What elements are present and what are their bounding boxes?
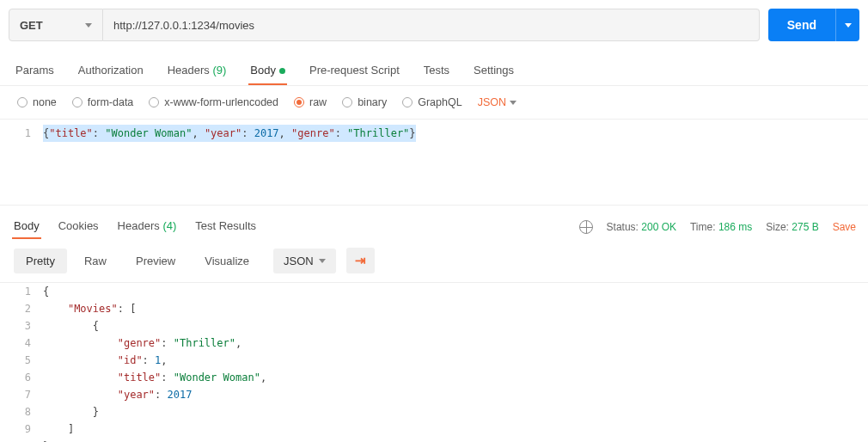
- status-meta: Status: 200 OK: [607, 221, 676, 233]
- tab-headers-label: Headers: [168, 64, 210, 77]
- size-meta: Size: 275 B: [766, 221, 818, 233]
- line-number: 3: [0, 317, 43, 335]
- raw-format-label: JSON: [478, 96, 506, 108]
- request-body-editor[interactable]: 1 {"title": "Wonder Woman", "year": 2017…: [0, 119, 868, 205]
- resp-tab-headers[interactable]: Headers (4): [116, 214, 179, 239]
- time-meta: Time: 186 ms: [690, 221, 752, 233]
- resp-headers-count: (4): [162, 219, 176, 232]
- radio-label: binary: [358, 96, 387, 108]
- code-line: ]: [43, 421, 868, 438]
- line-number: 2: [0, 300, 43, 317]
- view-visualize[interactable]: Visualize: [193, 249, 261, 273]
- url-input[interactable]: [103, 9, 760, 41]
- resp-headers-label: Headers: [118, 219, 160, 232]
- radio-icon: [149, 97, 159, 107]
- line-number: 10: [0, 438, 43, 442]
- tab-settings[interactable]: Settings: [472, 57, 516, 85]
- code-line: "year": 2017: [43, 386, 868, 403]
- tab-params[interactable]: Params: [14, 57, 56, 85]
- chevron-down-icon: [319, 259, 326, 263]
- tab-headers[interactable]: Headers (9): [166, 57, 229, 85]
- line-number: 4: [0, 335, 43, 352]
- raw-format-select[interactable]: JSON: [478, 96, 517, 108]
- radio-none[interactable]: none: [17, 96, 57, 108]
- tab-authorization[interactable]: Authorization: [76, 57, 145, 85]
- radio-graphql[interactable]: GraphQL: [402, 96, 462, 108]
- code-line: {"title": "Wonder Woman", "year": 2017, …: [43, 125, 868, 142]
- view-pretty[interactable]: Pretty: [14, 249, 67, 273]
- line-number: 1: [0, 125, 43, 142]
- format-label: JSON: [284, 255, 314, 267]
- radio-raw[interactable]: raw: [294, 96, 327, 108]
- radio-binary[interactable]: binary: [342, 96, 387, 108]
- resp-tab-cookies[interactable]: Cookies: [57, 214, 101, 239]
- send-button[interactable]: Send: [768, 9, 835, 41]
- tab-body-label: Body: [250, 64, 276, 77]
- radio-xwww[interactable]: x-www-form-urlencoded: [149, 96, 278, 108]
- wrap-lines-button[interactable]: ⇥: [346, 248, 375, 273]
- tab-tests[interactable]: Tests: [422, 57, 451, 85]
- line-number: 7: [0, 386, 43, 403]
- radio-icon: [294, 97, 304, 107]
- radio-formdata[interactable]: form-data: [72, 96, 134, 108]
- line-number: 5: [0, 352, 43, 369]
- tab-prerequest[interactable]: Pre-request Script: [308, 57, 401, 85]
- code-line: }: [43, 438, 868, 442]
- radio-label: GraphQL: [418, 96, 462, 108]
- line-number: 8: [0, 403, 43, 421]
- send-dropdown[interactable]: [835, 9, 859, 41]
- chevron-down-icon: [845, 23, 852, 28]
- code-line: {: [43, 317, 868, 335]
- tab-body[interactable]: Body: [248, 57, 287, 85]
- code-line: "Movies": [: [43, 300, 868, 317]
- response-format-select[interactable]: JSON: [273, 249, 336, 273]
- radio-label: raw: [309, 96, 327, 108]
- globe-icon[interactable]: [579, 220, 593, 234]
- headers-count: (9): [212, 64, 226, 77]
- response-body-viewer[interactable]: 1{ 2 "Movies": [ 3 { 4 "genre": "Thrille…: [0, 282, 868, 442]
- resp-tab-body[interactable]: Body: [12, 214, 41, 239]
- save-response-button[interactable]: Save: [833, 221, 856, 233]
- code-line: {: [43, 283, 868, 300]
- line-number: 1: [0, 283, 43, 300]
- view-raw[interactable]: Raw: [72, 249, 119, 273]
- line-number: 6: [0, 369, 43, 386]
- radio-icon: [17, 97, 28, 107]
- code-line: "title": "Wonder Woman",: [43, 369, 868, 386]
- resp-tab-tests[interactable]: Test Results: [193, 214, 258, 239]
- code-line: "id": 1,: [43, 352, 868, 369]
- code-line: "genre": "Thriller",: [43, 335, 868, 352]
- chevron-down-icon: [510, 101, 517, 105]
- dot-indicator-icon: [279, 68, 285, 74]
- radio-icon: [72, 97, 83, 107]
- method-select[interactable]: GET: [9, 9, 103, 41]
- wrap-icon: ⇥: [355, 253, 366, 267]
- view-preview[interactable]: Preview: [124, 249, 187, 273]
- radio-label: form-data: [88, 96, 134, 108]
- chevron-down-icon: [85, 23, 92, 28]
- radio-icon: [402, 97, 413, 107]
- radio-icon: [342, 97, 352, 107]
- method-label: GET: [20, 19, 43, 32]
- radio-label: x-www-form-urlencoded: [164, 96, 278, 108]
- code-line: }: [43, 403, 868, 421]
- line-number: 9: [0, 421, 43, 438]
- radio-label: none: [33, 96, 57, 108]
